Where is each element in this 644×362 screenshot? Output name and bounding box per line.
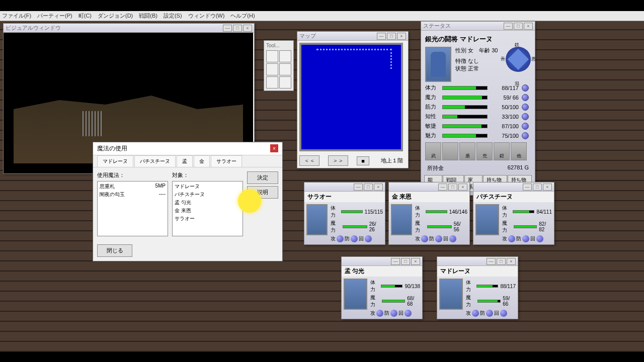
- minimize-icon[interactable]: —: [377, 33, 386, 40]
- maximize-icon[interactable]: □: [401, 258, 410, 265]
- equip-slot[interactable]: 他: [511, 142, 527, 160]
- stat-label: 知性: [425, 113, 439, 120]
- status-window: ステータス — □ × 銀光の闘将 マドレーヌ 性別 女 年齢 30 特徴 なし…: [421, 21, 535, 196]
- spell-list[interactable]: 思重札5MP闇夜の勾玉----: [97, 181, 168, 236]
- stat-value: 75/100: [491, 133, 519, 139]
- maximize-icon[interactable]: □: [533, 184, 542, 191]
- close-icon[interactable]: ×: [270, 144, 278, 152]
- rec-orb-icon[interactable]: [500, 310, 507, 317]
- party-member-window: —□× サラオー 体力115/115 魔力26/ 26 攻防回: [304, 182, 385, 245]
- maximize-icon[interactable]: □: [233, 25, 242, 32]
- minimize-icon[interactable]: —: [223, 25, 232, 32]
- menu-party[interactable]: パーティー(P): [37, 12, 72, 20]
- maximize-icon[interactable]: □: [497, 258, 506, 265]
- stat-bar: [442, 105, 488, 109]
- equip-slot[interactable]: 盾: [459, 142, 475, 160]
- minimize-icon[interactable]: —: [438, 184, 447, 191]
- atk-orb-icon[interactable]: [421, 235, 428, 242]
- close-icon[interactable]: ×: [507, 258, 516, 265]
- hp-label: 体力: [502, 205, 511, 219]
- rec-label: 回: [359, 235, 364, 242]
- close-icon[interactable]: ×: [524, 23, 533, 30]
- gold-value: 62781 G: [508, 164, 529, 172]
- maximize-icon[interactable]: □: [387, 33, 396, 40]
- magic-tab[interactable]: マドレーヌ: [97, 155, 133, 167]
- age-label: 年齢: [479, 47, 490, 53]
- maximize-icon[interactable]: □: [364, 184, 373, 191]
- tool-3[interactable]: [266, 63, 278, 75]
- rec-orb-icon[interactable]: [449, 235, 456, 242]
- tool-5[interactable]: [266, 76, 278, 88]
- target-item[interactable]: 金 来恩: [174, 207, 242, 215]
- tool-1[interactable]: [266, 50, 278, 62]
- magic-tab[interactable]: 金: [194, 155, 210, 167]
- atk-orb-icon[interactable]: [376, 310, 383, 317]
- atk-orb-icon[interactable]: [508, 235, 515, 242]
- equip-slot[interactable]: 鎧: [494, 142, 510, 160]
- decide-button[interactable]: 決定: [247, 171, 278, 184]
- stat-orb-icon[interactable]: [522, 104, 529, 111]
- def-orb-icon[interactable]: [390, 310, 397, 317]
- def-orb-icon[interactable]: [351, 235, 358, 242]
- stat-orb-icon[interactable]: [522, 132, 529, 139]
- tool-6[interactable]: [279, 76, 291, 88]
- stat-orb-icon[interactable]: [522, 84, 529, 92]
- minimize-icon[interactable]: —: [504, 23, 513, 30]
- equip-slot[interactable]: 兜: [476, 142, 493, 160]
- minimize-icon[interactable]: —: [487, 258, 496, 265]
- menu-window[interactable]: ウィンドウ(W): [188, 12, 225, 20]
- close-icon[interactable]: ×: [243, 25, 252, 32]
- close-icon[interactable]: ×: [411, 258, 420, 265]
- status-title: ステータス: [423, 22, 504, 30]
- def-orb-icon[interactable]: [486, 310, 493, 317]
- menu-battle[interactable]: 戦闘(B): [139, 12, 157, 20]
- map-next-button[interactable]: ＞＞: [328, 155, 348, 166]
- rec-orb-icon[interactable]: [536, 235, 543, 242]
- rec-orb-icon[interactable]: [365, 235, 372, 242]
- stat-orb-icon[interactable]: [522, 94, 529, 101]
- target-item[interactable]: マドレーヌ: [174, 183, 242, 191]
- tool-2[interactable]: [279, 50, 291, 62]
- spell-item[interactable]: 思重札5MP: [99, 183, 167, 191]
- close-icon[interactable]: ×: [458, 184, 467, 191]
- rec-orb-icon[interactable]: [405, 310, 412, 317]
- maximize-icon[interactable]: □: [448, 184, 457, 191]
- target-item[interactable]: パチスチーヌ: [174, 191, 242, 199]
- target-item[interactable]: サラオー: [174, 215, 242, 223]
- target-list[interactable]: マドレーヌパチスチーヌ孟 匀光金 来恩サラオー: [172, 181, 243, 236]
- map-prev-button[interactable]: ＜＜: [299, 155, 319, 166]
- stat-orb-icon[interactable]: [522, 123, 529, 130]
- minimize-icon[interactable]: —: [523, 184, 532, 191]
- magic-tab[interactable]: パチスチーヌ: [134, 155, 176, 167]
- maximize-icon[interactable]: □: [514, 23, 523, 30]
- equip-slot[interactable]: [442, 142, 458, 160]
- def-orb-icon[interactable]: [435, 235, 442, 242]
- atk-label: 攻: [415, 235, 420, 242]
- atk-orb-icon[interactable]: [472, 310, 479, 317]
- minimize-icon[interactable]: —: [354, 184, 363, 191]
- state-value: 正常: [468, 65, 479, 71]
- spell-item[interactable]: 闇夜の勾玉----: [99, 191, 167, 199]
- atk-label: 攻: [331, 235, 336, 242]
- close-icon[interactable]: ×: [543, 184, 552, 191]
- magic-tab[interactable]: 孟: [177, 155, 193, 167]
- atk-orb-icon[interactable]: [337, 235, 344, 242]
- close-icon[interactable]: ×: [397, 33, 406, 40]
- party-name: マドレーヌ: [437, 266, 518, 277]
- tool-4[interactable]: [279, 63, 291, 75]
- close-button[interactable]: 閉じる: [97, 244, 132, 257]
- close-icon[interactable]: ×: [374, 184, 383, 191]
- equip-slot[interactable]: 武: [425, 142, 441, 160]
- target-item[interactable]: 孟 匀光: [174, 199, 242, 207]
- magic-tab[interactable]: サラオー: [211, 155, 242, 167]
- menu-file[interactable]: ファイル(F): [2, 12, 31, 20]
- menu-town[interactable]: 町(C): [78, 12, 92, 20]
- def-orb-icon[interactable]: [522, 235, 529, 242]
- minimize-icon[interactable]: —: [391, 258, 400, 265]
- map-viewport[interactable]: [299, 43, 403, 151]
- map-current-button[interactable]: ■: [357, 156, 369, 165]
- menu-dungeon[interactable]: ダンジョン(D): [98, 12, 133, 20]
- menu-help[interactable]: ヘルプ(H): [230, 12, 255, 20]
- menu-settings[interactable]: 設定(S): [164, 12, 182, 20]
- stat-orb-icon[interactable]: [522, 113, 529, 120]
